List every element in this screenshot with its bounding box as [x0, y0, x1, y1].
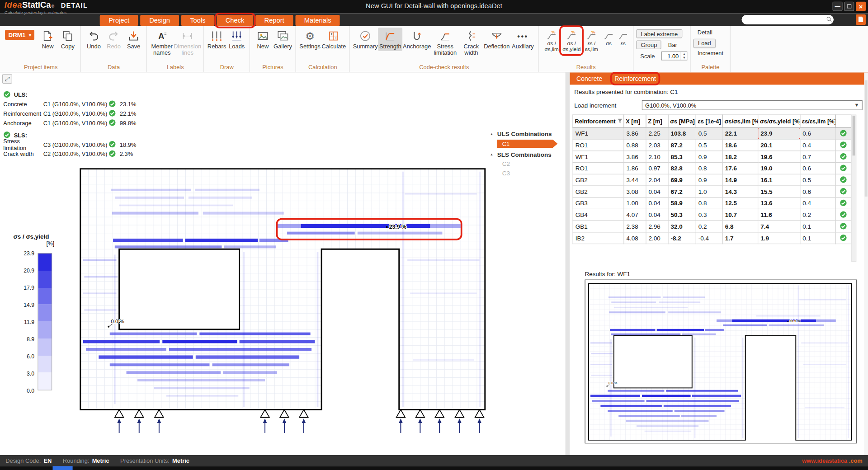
- cell[interactable]: 18.6: [722, 139, 758, 151]
- stress-limitation-button[interactable]: Stress limitation: [431, 28, 459, 57]
- cell[interactable]: 0.97: [646, 163, 668, 174]
- dimension-lines-button[interactable]: Dimension lines: [174, 28, 201, 57]
- cell[interactable]: 13.6: [758, 197, 800, 209]
- cell[interactable]: 87.2: [668, 139, 696, 151]
- cell[interactable]: 82.8: [668, 163, 696, 174]
- table-scrollbar[interactable]: [851, 115, 856, 262]
- deflection-button[interactable]: Deflection: [483, 28, 510, 51]
- cell[interactable]: 0.1: [800, 232, 835, 244]
- cell[interactable]: 0.3: [696, 209, 722, 221]
- tab-project[interactable]: Project: [100, 15, 138, 26]
- table-row[interactable]: WF13.862.25103.80.522.123.90.6: [573, 127, 851, 139]
- cell[interactable]: 16.1: [758, 174, 800, 186]
- cell[interactable]: 2.38: [624, 221, 646, 232]
- rebars-button[interactable]: Rebars: [207, 28, 227, 51]
- cell[interactable]: RO1: [573, 163, 624, 174]
- cell[interactable]: 17.6: [722, 163, 758, 174]
- cell[interactable]: 4.08: [624, 232, 646, 244]
- column-header[interactable]: σs [MPa]: [668, 115, 696, 127]
- tab-reinforcement[interactable]: Reinforcement: [612, 74, 658, 83]
- palette-load-button[interactable]: Load: [693, 39, 715, 48]
- cell[interactable]: 19.0: [758, 163, 800, 174]
- cell[interactable]: WF1: [573, 127, 624, 139]
- cell[interactable]: -8.2: [668, 232, 696, 244]
- search-input[interactable]: [745, 16, 826, 24]
- cell[interactable]: 0.6: [800, 127, 835, 139]
- scale-stepper[interactable]: 1.00 ▲▼: [661, 51, 688, 60]
- cell[interactable]: GB4: [573, 209, 624, 221]
- tab-concrete[interactable]: Concrete: [574, 74, 604, 83]
- palette-detail-button[interactable]: Detail: [693, 28, 716, 38]
- save-button[interactable]: Save: [124, 28, 144, 51]
- cell[interactable]: 67.2: [668, 186, 696, 197]
- table-row[interactable]: GB31.000.0458.90.812.513.60.4: [573, 197, 851, 209]
- drm1-dropdown[interactable]: DRM1▾: [5, 30, 34, 40]
- cell[interactable]: 2.10: [646, 151, 668, 163]
- redo-button[interactable]: Redo: [104, 28, 124, 51]
- cell[interactable]: 0.9: [696, 151, 722, 163]
- cell[interactable]: 1.9: [758, 232, 800, 244]
- cell[interactable]: 22.1: [722, 127, 758, 139]
- cell[interactable]: GB2: [573, 186, 624, 197]
- new-picture-button[interactable]: New: [253, 28, 273, 51]
- cell[interactable]: GB2: [573, 174, 624, 186]
- cell[interactable]: RO1: [573, 139, 624, 151]
- cell[interactable]: 1.7: [722, 232, 758, 244]
- label-extreme-toggle[interactable]: Label extreme: [637, 29, 682, 38]
- eps-lim-button[interactable]: % εs / εs,lim: [581, 28, 601, 53]
- cell[interactable]: 0.6: [800, 163, 835, 174]
- cell[interactable]: 12.5: [722, 197, 758, 209]
- calculate-button[interactable]: Calculate: [321, 28, 346, 51]
- stepper-arrows-icon[interactable]: ▲▼: [681, 52, 687, 60]
- tree-node-uls[interactable]: ▲ULS Combinations: [490, 130, 562, 139]
- cell[interactable]: 58.9: [668, 197, 696, 209]
- new-project-item-button[interactable]: New: [38, 28, 58, 51]
- cell[interactable]: 14.3: [722, 186, 758, 197]
- tree-collapse-icon[interactable]: ▲: [490, 132, 495, 136]
- strength-button[interactable]: Strength: [378, 28, 402, 51]
- cell[interactable]: 0.4: [800, 139, 835, 151]
- cell[interactable]: 0.04: [646, 186, 668, 197]
- table-row[interactable]: GB23.080.0467.21.014.315.50.6: [573, 186, 851, 197]
- cell[interactable]: 0.5: [696, 139, 722, 151]
- cell[interactable]: 1.86: [624, 163, 646, 174]
- column-header[interactable]: σs/σs,yield [%]: [758, 115, 800, 127]
- loads-button[interactable]: Loads: [227, 28, 247, 51]
- main-canvas[interactable]: ⤢ ULS: ConcreteC1 (G100.0%, V100.0%)23.1…: [0, 72, 566, 455]
- cell[interactable]: 7.4: [758, 221, 800, 232]
- tab-materials[interactable]: Materials: [295, 15, 340, 26]
- table-row[interactable]: RO11.860.9782.80.817.619.00.6: [573, 163, 851, 174]
- cell[interactable]: 85.3: [668, 151, 696, 163]
- tree-item-c2[interactable]: C2: [490, 159, 562, 169]
- crack-width-button[interactable]: Crack width: [459, 28, 483, 57]
- cell[interactable]: 1.0: [696, 186, 722, 197]
- cell[interactable]: 0.8: [696, 197, 722, 209]
- cell[interactable]: 20.1: [758, 139, 800, 151]
- table-row[interactable]: GB23.442.0469.90.914.916.10.5: [573, 174, 851, 186]
- cell[interactable]: 0.88: [624, 139, 646, 151]
- cell[interactable]: 2.03: [646, 139, 668, 151]
- cell[interactable]: 0.8: [696, 163, 722, 174]
- bar-toggle[interactable]: Bar: [664, 41, 681, 48]
- cell[interactable]: 14.9: [722, 174, 758, 186]
- eps-button[interactable]: εs: [616, 28, 630, 48]
- sigma-lim-button[interactable]: % σs / σs,lim: [542, 28, 561, 53]
- cell[interactable]: 50.3: [668, 209, 696, 221]
- cell[interactable]: WF1: [573, 151, 624, 163]
- cell[interactable]: 2.96: [646, 221, 668, 232]
- gallery-button[interactable]: Gallery: [273, 28, 292, 51]
- cell[interactable]: 2.04: [646, 174, 668, 186]
- cell[interactable]: 103.8: [668, 127, 696, 139]
- cell[interactable]: 69.9: [668, 174, 696, 186]
- table-row[interactable]: GB44.070.0450.30.310.711.60.2: [573, 209, 851, 221]
- cell[interactable]: 4.07: [624, 209, 646, 221]
- palette-increment-button[interactable]: Increment: [693, 49, 727, 59]
- fit-view-button[interactable]: ⤢: [2, 74, 12, 84]
- wf1-preview-frame[interactable]: [585, 280, 857, 444]
- minimize-button[interactable]: —: [833, 2, 843, 11]
- undo-button[interactable]: Undo: [84, 28, 104, 51]
- group-toggle[interactable]: Group: [637, 40, 661, 49]
- column-header[interactable]: σs/σs,lim [%]: [722, 115, 758, 127]
- cell[interactable]: 15.5: [758, 186, 800, 197]
- cell[interactable]: 19.6: [758, 151, 800, 163]
